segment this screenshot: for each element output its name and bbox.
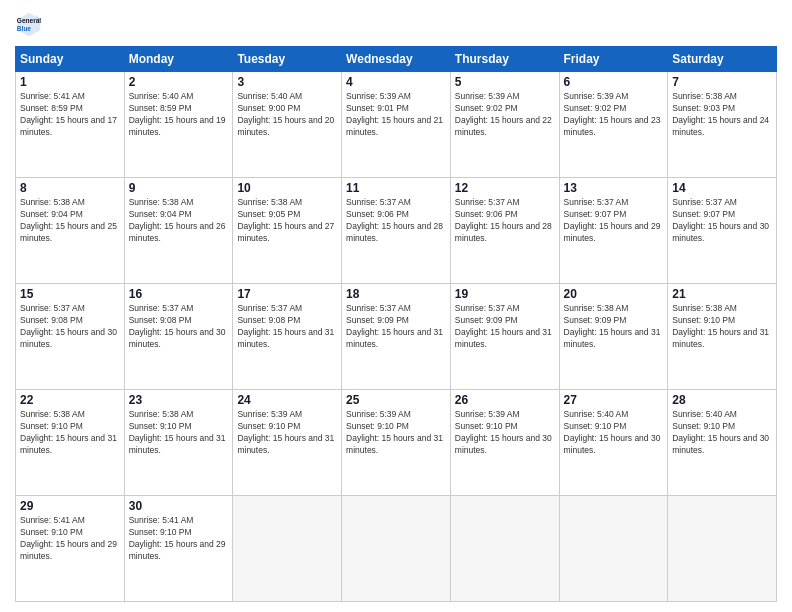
day-info: Sunrise: 5:37 AMSunset: 9:08 PMDaylight:… <box>129 303 229 351</box>
day-number: 11 <box>346 181 446 195</box>
calendar-day-cell: 1Sunrise: 5:41 AMSunset: 8:59 PMDaylight… <box>16 72 125 178</box>
logo-icon: General Blue <box>15 10 43 38</box>
day-info: Sunrise: 5:41 AMSunset: 9:10 PMDaylight:… <box>129 515 229 563</box>
calendar-week-row: 22Sunrise: 5:38 AMSunset: 9:10 PMDayligh… <box>16 390 777 496</box>
calendar-day-cell: 7Sunrise: 5:38 AMSunset: 9:03 PMDaylight… <box>668 72 777 178</box>
day-number: 4 <box>346 75 446 89</box>
day-info: Sunrise: 5:37 AMSunset: 9:08 PMDaylight:… <box>20 303 120 351</box>
day-number: 15 <box>20 287 120 301</box>
calendar-header-cell: Sunday <box>16 47 125 72</box>
calendar-day-cell <box>668 496 777 602</box>
calendar-day-cell: 27Sunrise: 5:40 AMSunset: 9:10 PMDayligh… <box>559 390 668 496</box>
day-number: 12 <box>455 181 555 195</box>
day-info: Sunrise: 5:38 AMSunset: 9:04 PMDaylight:… <box>20 197 120 245</box>
day-info: Sunrise: 5:37 AMSunset: 9:09 PMDaylight:… <box>346 303 446 351</box>
day-number: 20 <box>564 287 664 301</box>
day-number: 3 <box>237 75 337 89</box>
svg-text:Blue: Blue <box>17 25 31 32</box>
day-number: 9 <box>129 181 229 195</box>
day-info: Sunrise: 5:39 AMSunset: 9:10 PMDaylight:… <box>237 409 337 457</box>
calendar-week-row: 15Sunrise: 5:37 AMSunset: 9:08 PMDayligh… <box>16 284 777 390</box>
day-number: 28 <box>672 393 772 407</box>
calendar-day-cell: 11Sunrise: 5:37 AMSunset: 9:06 PMDayligh… <box>342 178 451 284</box>
day-number: 21 <box>672 287 772 301</box>
calendar-week-row: 8Sunrise: 5:38 AMSunset: 9:04 PMDaylight… <box>16 178 777 284</box>
calendar-day-cell: 22Sunrise: 5:38 AMSunset: 9:10 PMDayligh… <box>16 390 125 496</box>
day-info: Sunrise: 5:38 AMSunset: 9:10 PMDaylight:… <box>672 303 772 351</box>
day-number: 25 <box>346 393 446 407</box>
day-number: 23 <box>129 393 229 407</box>
day-number: 1 <box>20 75 120 89</box>
day-info: Sunrise: 5:39 AMSunset: 9:02 PMDaylight:… <box>455 91 555 139</box>
calendar-day-cell: 29Sunrise: 5:41 AMSunset: 9:10 PMDayligh… <box>16 496 125 602</box>
calendar-header-row: SundayMondayTuesdayWednesdayThursdayFrid… <box>16 47 777 72</box>
day-number: 8 <box>20 181 120 195</box>
calendar-day-cell <box>233 496 342 602</box>
day-info: Sunrise: 5:39 AMSunset: 9:01 PMDaylight:… <box>346 91 446 139</box>
day-number: 2 <box>129 75 229 89</box>
day-number: 22 <box>20 393 120 407</box>
calendar-day-cell: 17Sunrise: 5:37 AMSunset: 9:08 PMDayligh… <box>233 284 342 390</box>
day-info: Sunrise: 5:37 AMSunset: 9:07 PMDaylight:… <box>672 197 772 245</box>
calendar-day-cell: 25Sunrise: 5:39 AMSunset: 9:10 PMDayligh… <box>342 390 451 496</box>
day-info: Sunrise: 5:38 AMSunset: 9:10 PMDaylight:… <box>129 409 229 457</box>
calendar-header-cell: Saturday <box>668 47 777 72</box>
calendar-day-cell: 16Sunrise: 5:37 AMSunset: 9:08 PMDayligh… <box>124 284 233 390</box>
calendar-day-cell <box>450 496 559 602</box>
day-number: 14 <box>672 181 772 195</box>
calendar-day-cell: 20Sunrise: 5:38 AMSunset: 9:09 PMDayligh… <box>559 284 668 390</box>
calendar-week-row: 29Sunrise: 5:41 AMSunset: 9:10 PMDayligh… <box>16 496 777 602</box>
calendar-day-cell: 23Sunrise: 5:38 AMSunset: 9:10 PMDayligh… <box>124 390 233 496</box>
day-number: 17 <box>237 287 337 301</box>
calendar-day-cell: 13Sunrise: 5:37 AMSunset: 9:07 PMDayligh… <box>559 178 668 284</box>
calendar-header-cell: Monday <box>124 47 233 72</box>
day-info: Sunrise: 5:40 AMSunset: 8:59 PMDaylight:… <box>129 91 229 139</box>
day-info: Sunrise: 5:41 AMSunset: 8:59 PMDaylight:… <box>20 91 120 139</box>
day-number: 10 <box>237 181 337 195</box>
calendar-day-cell: 3Sunrise: 5:40 AMSunset: 9:00 PMDaylight… <box>233 72 342 178</box>
calendar-day-cell: 8Sunrise: 5:38 AMSunset: 9:04 PMDaylight… <box>16 178 125 284</box>
calendar-day-cell <box>342 496 451 602</box>
day-info: Sunrise: 5:41 AMSunset: 9:10 PMDaylight:… <box>20 515 120 563</box>
calendar-header-cell: Friday <box>559 47 668 72</box>
calendar-day-cell: 2Sunrise: 5:40 AMSunset: 8:59 PMDaylight… <box>124 72 233 178</box>
day-number: 18 <box>346 287 446 301</box>
calendar-day-cell: 14Sunrise: 5:37 AMSunset: 9:07 PMDayligh… <box>668 178 777 284</box>
calendar-day-cell: 4Sunrise: 5:39 AMSunset: 9:01 PMDaylight… <box>342 72 451 178</box>
calendar-table: SundayMondayTuesdayWednesdayThursdayFrid… <box>15 46 777 602</box>
day-number: 5 <box>455 75 555 89</box>
day-number: 29 <box>20 499 120 513</box>
calendar-day-cell: 26Sunrise: 5:39 AMSunset: 9:10 PMDayligh… <box>450 390 559 496</box>
day-info: Sunrise: 5:40 AMSunset: 9:10 PMDaylight:… <box>672 409 772 457</box>
day-info: Sunrise: 5:37 AMSunset: 9:06 PMDaylight:… <box>346 197 446 245</box>
calendar-body: 1Sunrise: 5:41 AMSunset: 8:59 PMDaylight… <box>16 72 777 602</box>
calendar-header-cell: Tuesday <box>233 47 342 72</box>
day-info: Sunrise: 5:38 AMSunset: 9:04 PMDaylight:… <box>129 197 229 245</box>
day-number: 24 <box>237 393 337 407</box>
day-info: Sunrise: 5:39 AMSunset: 9:10 PMDaylight:… <box>455 409 555 457</box>
day-number: 30 <box>129 499 229 513</box>
calendar-header-cell: Thursday <box>450 47 559 72</box>
day-info: Sunrise: 5:38 AMSunset: 9:05 PMDaylight:… <box>237 197 337 245</box>
day-info: Sunrise: 5:39 AMSunset: 9:02 PMDaylight:… <box>564 91 664 139</box>
calendar-day-cell: 18Sunrise: 5:37 AMSunset: 9:09 PMDayligh… <box>342 284 451 390</box>
day-info: Sunrise: 5:37 AMSunset: 9:06 PMDaylight:… <box>455 197 555 245</box>
calendar-day-cell: 28Sunrise: 5:40 AMSunset: 9:10 PMDayligh… <box>668 390 777 496</box>
calendar-day-cell: 6Sunrise: 5:39 AMSunset: 9:02 PMDaylight… <box>559 72 668 178</box>
day-number: 26 <box>455 393 555 407</box>
day-info: Sunrise: 5:40 AMSunset: 9:00 PMDaylight:… <box>237 91 337 139</box>
calendar-day-cell: 15Sunrise: 5:37 AMSunset: 9:08 PMDayligh… <box>16 284 125 390</box>
calendar-day-cell <box>559 496 668 602</box>
day-info: Sunrise: 5:37 AMSunset: 9:09 PMDaylight:… <box>455 303 555 351</box>
calendar-day-cell: 30Sunrise: 5:41 AMSunset: 9:10 PMDayligh… <box>124 496 233 602</box>
header: General Blue <box>15 10 777 38</box>
calendar-day-cell: 9Sunrise: 5:38 AMSunset: 9:04 PMDaylight… <box>124 178 233 284</box>
day-info: Sunrise: 5:38 AMSunset: 9:03 PMDaylight:… <box>672 91 772 139</box>
day-number: 27 <box>564 393 664 407</box>
day-info: Sunrise: 5:38 AMSunset: 9:10 PMDaylight:… <box>20 409 120 457</box>
svg-text:General: General <box>17 17 41 24</box>
day-info: Sunrise: 5:37 AMSunset: 9:08 PMDaylight:… <box>237 303 337 351</box>
calendar-day-cell: 5Sunrise: 5:39 AMSunset: 9:02 PMDaylight… <box>450 72 559 178</box>
calendar-day-cell: 10Sunrise: 5:38 AMSunset: 9:05 PMDayligh… <box>233 178 342 284</box>
day-number: 6 <box>564 75 664 89</box>
